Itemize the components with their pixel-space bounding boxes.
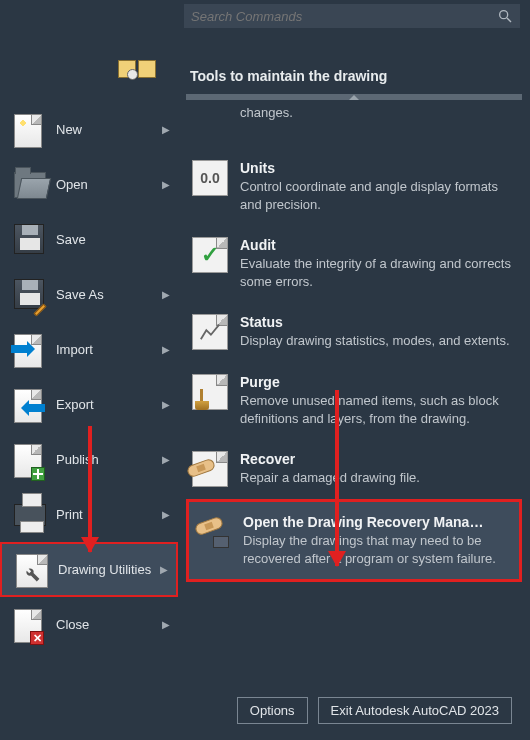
menu-label: New	[56, 122, 158, 138]
tool-desc: Remove unused named items, such as block…	[240, 392, 512, 427]
tool-item-audit[interactable]: ✓ Audit Evaluate the integrity of a draw…	[186, 225, 522, 302]
exit-button[interactable]: Exit Autodesk AutoCAD 2023	[318, 697, 512, 724]
save-as-icon	[14, 279, 44, 309]
app-menu-sidebar: New ▶ Open ▶ Save Save As ▶ Import ▶	[0, 0, 178, 740]
search-input[interactable]	[191, 9, 497, 24]
tool-item-status[interactable]: Status Display drawing statistics, modes…	[186, 302, 522, 362]
printer-icon	[14, 504, 46, 526]
annotation-arrow-left	[88, 426, 92, 552]
tool-item-drawing-recovery-manager[interactable]: Open the Drawing Recovery Mana… Display …	[186, 499, 522, 582]
search-commands[interactable]	[184, 4, 520, 28]
chevron-right-icon: ▶	[160, 564, 168, 575]
footer-buttons: Options Exit Autodesk AutoCAD 2023	[178, 685, 530, 740]
tool-title: Units	[240, 160, 512, 176]
menu-item-close[interactable]: ✕ Close ▶	[0, 597, 178, 652]
tool-desc: changes.	[240, 104, 512, 122]
menu-item-open[interactable]: Open ▶	[0, 157, 178, 212]
menu-label: Export	[56, 397, 158, 413]
drawing-recovery-icon	[195, 514, 231, 550]
tool-desc: Control coordinate and angle display for…	[240, 178, 512, 213]
submenu-panel: Tools to maintain the drawing changes. 0…	[178, 0, 530, 740]
export-icon	[14, 389, 42, 423]
tool-desc: Display drawing statistics, modes, and e…	[240, 332, 512, 350]
status-icon	[192, 314, 228, 350]
audit-icon: ✓	[192, 237, 228, 273]
tool-item-units[interactable]: 0.0 Units Control coordinate and angle d…	[186, 148, 522, 225]
close-doc-icon: ✕	[14, 609, 42, 643]
new-star-icon	[18, 118, 28, 128]
panel-title: Tools to maintain the drawing	[178, 60, 530, 94]
chevron-right-icon: ▶	[162, 509, 170, 520]
svg-point-0	[500, 11, 508, 19]
tool-desc: Repair a damaged drawing file.	[240, 469, 512, 487]
tool-desc: Evaluate the integrity of a drawing and …	[240, 255, 512, 290]
chevron-right-icon: ▶	[162, 344, 170, 355]
chevron-right-icon: ▶	[162, 124, 170, 135]
menu-label: Publish	[56, 452, 158, 468]
publish-icon	[14, 444, 42, 478]
file-menu: New ▶ Open ▶ Save Save As ▶ Import ▶	[0, 102, 178, 652]
recover-icon	[192, 451, 228, 487]
svg-line-1	[507, 18, 511, 22]
menu-item-save[interactable]: Save	[0, 212, 178, 267]
import-icon	[14, 334, 42, 368]
tool-item-purge[interactable]: Purge Remove unused named items, such as…	[186, 362, 522, 439]
menu-label: Close	[56, 617, 158, 633]
menu-label: Open	[56, 177, 158, 193]
save-icon	[14, 224, 44, 254]
scroll-up-indicator[interactable]	[186, 94, 522, 100]
tool-item-recover[interactable]: Recover Repair a damaged drawing file.	[186, 439, 522, 499]
annotation-arrow-right	[335, 390, 339, 566]
tool-title: Recover	[240, 451, 512, 467]
tool-title: Open the Drawing Recovery Mana…	[243, 514, 509, 530]
menu-item-new[interactable]: New ▶	[0, 102, 178, 157]
tool-title: Status	[240, 314, 512, 330]
tool-title: Purge	[240, 374, 512, 390]
options-button[interactable]: Options	[237, 697, 308, 724]
menu-label: Print	[56, 507, 158, 523]
tool-item-partial[interactable]: changes.	[186, 100, 522, 148]
folder-icon	[14, 172, 46, 198]
menu-label: Save As	[56, 287, 158, 303]
units-icon: 0.0	[192, 160, 228, 196]
chevron-right-icon: ▶	[162, 399, 170, 410]
menu-label: Save	[56, 232, 170, 248]
menu-item-export[interactable]: Export ▶	[0, 377, 178, 432]
chevron-right-icon: ▶	[162, 619, 170, 630]
recent-docs-icon[interactable]	[118, 60, 136, 78]
menu-label: Import	[56, 342, 158, 358]
tool-title: Audit	[240, 237, 512, 253]
drawing-utilities-icon	[16, 554, 48, 588]
menu-item-save-as[interactable]: Save As ▶	[0, 267, 178, 322]
purge-icon	[192, 374, 228, 410]
menu-label: Drawing Utilities	[58, 562, 156, 578]
tools-list: changes. 0.0 Units Control coordinate an…	[178, 100, 530, 685]
chevron-right-icon: ▶	[162, 454, 170, 465]
chevron-right-icon: ▶	[162, 179, 170, 190]
search-icon[interactable]	[497, 8, 513, 24]
menu-item-import[interactable]: Import ▶	[0, 322, 178, 377]
tool-desc: Display the drawings that may need to be…	[243, 532, 509, 567]
chevron-right-icon: ▶	[162, 289, 170, 300]
recent-open-docs-icons	[118, 60, 156, 78]
open-docs-icon[interactable]	[138, 60, 156, 78]
